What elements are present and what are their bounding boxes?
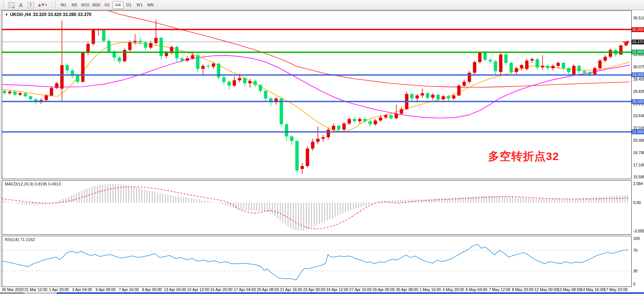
- candle: [562, 63, 565, 68]
- macd-histogram: [3, 184, 628, 231]
- date-label: 7 May 12:00: [489, 287, 510, 292]
- candle: [525, 60, 529, 69]
- candle: [431, 95, 435, 98]
- timeframe-button-mn[interactable]: MN: [145, 1, 156, 9]
- date-label: 20 Apr 08:00: [257, 287, 279, 292]
- date-label: 23 Apr 00:00: [303, 287, 325, 292]
- timeframe-button-h4[interactable]: H4: [113, 1, 124, 9]
- ma-line-fast: [2, 43, 630, 132]
- date-label: 17 Apr 04:00: [234, 287, 256, 292]
- candle: [374, 121, 377, 124]
- macd-indicator-panel[interactable]: MACD(12,26,9) 0.8195 0.4913: [2, 180, 632, 235]
- date-label: 24 Apr 12:00: [326, 287, 348, 292]
- text-label-button[interactable]: A: [16, 1, 26, 9]
- date-label: 29 Apr 00:00: [372, 287, 395, 292]
- price-axis-label: 23.640: [633, 113, 644, 118]
- timeframe-button-m15[interactable]: M15: [80, 1, 91, 9]
- date-label: 4 May 20:00: [443, 287, 464, 292]
- date-label: 21 Apr 16:00: [280, 287, 302, 292]
- ohlc-values: 33.320 33.420 33.280 33.370: [33, 12, 91, 17]
- text-box-button[interactable]: T: [26, 1, 35, 9]
- candle: [379, 118, 382, 121]
- dotted-grid-icon: F: [8, 2, 15, 8]
- toolbar-grip-2[interactable]: [54, 1, 57, 8]
- timeframe-button-m30[interactable]: M30: [91, 1, 101, 9]
- candle: [154, 38, 158, 43]
- price-badge-32.000: 32.000: [632, 50, 644, 54]
- arrow-objects-button[interactable]: ▾: [35, 1, 50, 9]
- candle: [369, 121, 372, 124]
- dropdown-arrow-icon: ▾: [45, 3, 47, 7]
- date-label: 13 May 08:00: [557, 287, 581, 292]
- date-label: 3 Apr 04:00: [72, 287, 92, 292]
- rsi-axis-label: 30: [633, 269, 638, 273]
- candle: [457, 85, 461, 95]
- macd-canvas[interactable]: [2, 181, 631, 234]
- candle: [452, 96, 456, 98]
- candle: [228, 82, 231, 85]
- price-axis-label: 18.780: [633, 150, 644, 155]
- candle: [619, 46, 623, 54]
- candle: [489, 60, 492, 61]
- price-axis-label: 36.510: [633, 16, 644, 20]
- candle: [29, 96, 32, 99]
- price-badge-35.000: 35.000: [632, 27, 644, 32]
- date-label: 7 Apr 16:00: [119, 287, 139, 292]
- candle: [416, 96, 419, 98]
- macd-axis-label: -3.0957: [633, 229, 644, 233]
- candle: [421, 93, 424, 96]
- candle: [191, 55, 194, 58]
- up-arrow-icon: [38, 4, 41, 6]
- rsi-canvas[interactable]: [2, 236, 631, 287]
- date-label: 27 Apr 16:00: [349, 287, 372, 292]
- toolbar-grip[interactable]: [3, 1, 5, 8]
- date-label: 6 May 04:00: [466, 287, 487, 292]
- date-label: 8 May 20:00: [512, 287, 534, 292]
- candle: [248, 81, 252, 83]
- grid-f-label: F: [13, 6, 15, 9]
- timeframe-button-m1[interactable]: M1: [58, 1, 69, 9]
- candle: [557, 63, 560, 66]
- date-label: 1 May 16:00: [419, 287, 441, 292]
- bottom-bar-segment-light: [24, 292, 57, 294]
- price-axis-label: 30.075: [633, 65, 644, 69]
- candle: [463, 82, 466, 85]
- price-axis-label: 28.455: [633, 77, 644, 81]
- candle: [8, 92, 12, 93]
- candle: [212, 64, 215, 67]
- candle: [384, 115, 388, 118]
- candle: [165, 53, 168, 56]
- down-arrow-icon: [41, 4, 44, 6]
- rsi-axis-label: 70: [633, 248, 638, 253]
- date-label: 30 Apr 08:00: [396, 287, 418, 292]
- arrow-objects-icon: [38, 4, 44, 6]
- rsi-indicator-panel[interactable]: RSI(14) 71.2162: [2, 236, 632, 287]
- timeframe-button-m5[interactable]: M5: [69, 1, 80, 9]
- symbol-label: UKOil-,H4: [10, 12, 31, 17]
- candle: [55, 83, 59, 88]
- candle: [285, 124, 288, 137]
- candle: [593, 68, 597, 74]
- crosshair-grid-button[interactable]: F: [6, 1, 16, 9]
- candle: [316, 139, 320, 142]
- price-axis-column: 36.51031.69530.07528.45526.83525.21523.6…: [632, 10, 644, 292]
- candle: [442, 96, 445, 99]
- timeframe-button-w1[interactable]: W1: [134, 1, 145, 9]
- candle: [484, 53, 487, 60]
- timeframe-button-h1[interactable]: H1: [102, 1, 113, 9]
- chart-annotation-text[interactable]: 多空转折点32: [488, 149, 559, 164]
- candle: [578, 66, 581, 71]
- candle: [290, 137, 294, 141]
- date-label: 13 Apr 04:00: [164, 287, 186, 292]
- candle: [468, 73, 471, 82]
- toolbar: F A T ▾ M1M5M15M30H1H4D1W1MN: [0, 0, 644, 10]
- candle: [134, 41, 137, 43]
- candle: [311, 142, 315, 148]
- candle: [363, 119, 367, 121]
- collapse-caret-icon[interactable]: ▼: [5, 13, 8, 16]
- date-label: 9 Apr 00:00: [142, 287, 162, 292]
- price-axis-label: 15.585: [633, 175, 644, 179]
- rsi-axis-label: 100: [633, 236, 640, 241]
- candle: [301, 166, 304, 169]
- timeframe-button-d1[interactable]: D1: [124, 1, 134, 9]
